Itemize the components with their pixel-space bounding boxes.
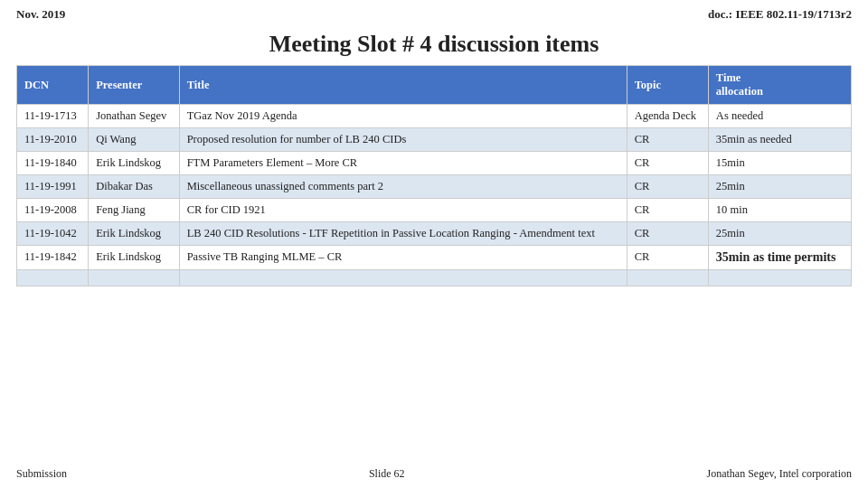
cell-dcn — [17, 270, 89, 286]
col-presenter: Presenter — [89, 66, 180, 105]
cell-title: Passive TB Ranging MLME – CR — [179, 246, 627, 270]
page-title: Meeting Slot # 4 discussion items — [0, 31, 868, 58]
cell-time: 25min — [708, 175, 851, 199]
cell-presenter — [89, 270, 180, 286]
cell-time: 15min — [708, 152, 851, 175]
cell-topic: CR — [627, 128, 708, 152]
cell-dcn: 11-19-1042 — [17, 222, 89, 246]
header-right: doc.: IEEE 802.11-19/1713r2 — [708, 7, 852, 22]
cell-time: 35min as time permits — [708, 246, 851, 270]
table-row: 11-19-1991Dibakar DasMiscellaneous unass… — [17, 175, 852, 199]
cell-title — [179, 270, 627, 286]
cell-title: TGaz Nov 2019 Agenda — [179, 105, 627, 128]
table-row — [17, 270, 852, 286]
cell-topic: CR — [627, 199, 708, 222]
col-time: Timeallocation — [708, 66, 851, 105]
footer: Submission Slide 62 Jonathan Segev, Inte… — [0, 462, 868, 481]
cell-topic: Agenda Deck — [627, 105, 708, 128]
cell-presenter: Erik Lindskog — [89, 222, 180, 246]
cell-title: LB 240 CID Resolutions - LTF Repetition … — [179, 222, 627, 246]
footer-right: Jonathan Segev, Intel corporation — [706, 467, 852, 481]
cell-presenter: Qi Wang — [89, 128, 180, 152]
cell-time — [708, 270, 851, 286]
cell-time: As needed — [708, 105, 851, 128]
cell-topic: CR — [627, 222, 708, 246]
table-row: 11-19-1842Erik LindskogPassive TB Rangin… — [17, 246, 852, 270]
table-row: 11-19-2008Feng JiangCR for CID 1921CR10 … — [17, 199, 852, 222]
cell-topic: CR — [627, 246, 708, 270]
cell-title: CR for CID 1921 — [179, 199, 627, 222]
cell-dcn: 11-19-1840 — [17, 152, 89, 175]
cell-presenter: Jonathan Segev — [89, 105, 180, 128]
cell-topic: CR — [627, 175, 708, 199]
cell-presenter: Erik Lindskog — [89, 152, 180, 175]
table-row: 11-19-1840Erik LindskogFTM Parameters El… — [17, 152, 852, 175]
footer-left: Submission — [16, 467, 67, 481]
cell-dcn: 11-19-1713 — [17, 105, 89, 128]
cell-time: 35min as needed — [708, 128, 851, 152]
table-row: 11-19-2010Qi WangProposed resolution for… — [17, 128, 852, 152]
cell-presenter: Erik Lindskog — [89, 246, 180, 270]
cell-title: Proposed resolution for number of LB 240… — [179, 128, 627, 152]
cell-dcn: 11-19-1991 — [17, 175, 89, 199]
table-row: 11-19-1713Jonathan SegevTGaz Nov 2019 Ag… — [17, 105, 852, 128]
col-title: Title — [179, 66, 627, 105]
cell-title: Miscellaneous unassigned comments part 2 — [179, 175, 627, 199]
table-header-row: DCN Presenter Title Topic Timeallocation — [17, 66, 852, 105]
cell-topic — [627, 270, 708, 286]
main-table-wrapper: DCN Presenter Title Topic Timeallocation… — [16, 65, 852, 286]
col-topic: Topic — [627, 66, 708, 105]
cell-presenter: Dibakar Das — [89, 175, 180, 199]
footer-center: Slide 62 — [369, 467, 405, 481]
cell-title: FTM Parameters Element – More CR — [179, 152, 627, 175]
discussion-table: DCN Presenter Title Topic Timeallocation… — [16, 65, 852, 286]
cell-time: 10 min — [708, 199, 851, 222]
cell-dcn: 11-19-2010 — [17, 128, 89, 152]
cell-presenter: Feng Jiang — [89, 199, 180, 222]
table-row: 11-19-1042Erik LindskogLB 240 CID Resolu… — [17, 222, 852, 246]
header-left: Nov. 2019 — [16, 7, 65, 22]
cell-dcn: 11-19-2008 — [17, 199, 89, 222]
cell-dcn: 11-19-1842 — [17, 246, 89, 270]
col-dcn: DCN — [17, 66, 89, 105]
cell-time: 25min — [708, 222, 851, 246]
cell-topic: CR — [627, 152, 708, 175]
